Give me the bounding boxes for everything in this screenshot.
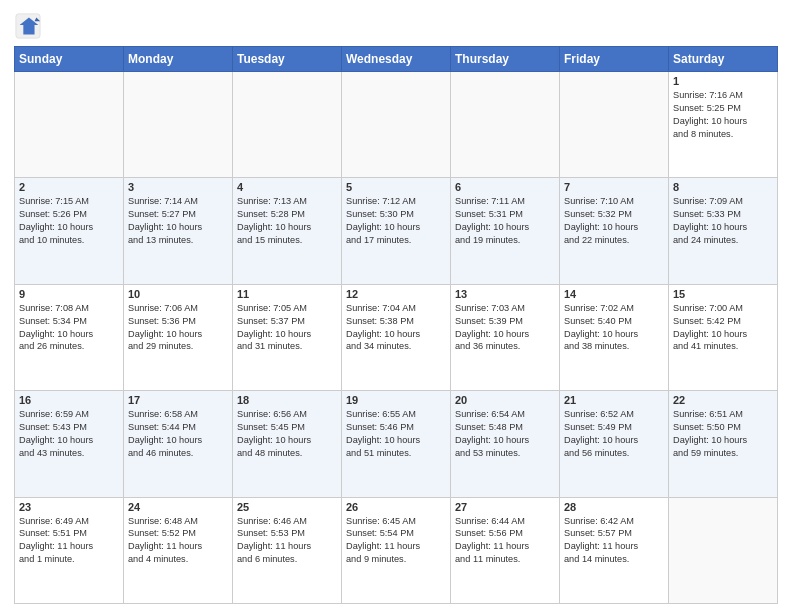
day-info: Sunrise: 7:15 AM Sunset: 5:26 PM Dayligh… <box>19 195 119 247</box>
day-number: 1 <box>673 75 773 87</box>
calendar-table: SundayMondayTuesdayWednesdayThursdayFrid… <box>14 46 778 604</box>
calendar-week-row: 9Sunrise: 7:08 AM Sunset: 5:34 PM Daylig… <box>15 284 778 390</box>
day-number: 23 <box>19 501 119 513</box>
day-info: Sunrise: 7:10 AM Sunset: 5:32 PM Dayligh… <box>564 195 664 247</box>
day-number: 7 <box>564 181 664 193</box>
calendar-day-header: Friday <box>560 47 669 72</box>
calendar-day-cell: 21Sunrise: 6:52 AM Sunset: 5:49 PM Dayli… <box>560 391 669 497</box>
day-info: Sunrise: 7:05 AM Sunset: 5:37 PM Dayligh… <box>237 302 337 354</box>
day-number: 10 <box>128 288 228 300</box>
calendar-day-cell: 10Sunrise: 7:06 AM Sunset: 5:36 PM Dayli… <box>124 284 233 390</box>
calendar-day-header: Wednesday <box>342 47 451 72</box>
day-number: 17 <box>128 394 228 406</box>
calendar-day-cell <box>233 72 342 178</box>
day-number: 14 <box>564 288 664 300</box>
calendar-day-cell: 26Sunrise: 6:45 AM Sunset: 5:54 PM Dayli… <box>342 497 451 603</box>
day-number: 28 <box>564 501 664 513</box>
day-info: Sunrise: 7:04 AM Sunset: 5:38 PM Dayligh… <box>346 302 446 354</box>
calendar-week-row: 1Sunrise: 7:16 AM Sunset: 5:25 PM Daylig… <box>15 72 778 178</box>
day-number: 9 <box>19 288 119 300</box>
logo-icon <box>14 12 42 40</box>
day-number: 3 <box>128 181 228 193</box>
day-info: Sunrise: 7:06 AM Sunset: 5:36 PM Dayligh… <box>128 302 228 354</box>
calendar-day-cell: 27Sunrise: 6:44 AM Sunset: 5:56 PM Dayli… <box>451 497 560 603</box>
day-number: 21 <box>564 394 664 406</box>
day-number: 24 <box>128 501 228 513</box>
day-info: Sunrise: 6:44 AM Sunset: 5:56 PM Dayligh… <box>455 515 555 567</box>
calendar-day-cell: 13Sunrise: 7:03 AM Sunset: 5:39 PM Dayli… <box>451 284 560 390</box>
day-info: Sunrise: 7:03 AM Sunset: 5:39 PM Dayligh… <box>455 302 555 354</box>
calendar-day-cell: 19Sunrise: 6:55 AM Sunset: 5:46 PM Dayli… <box>342 391 451 497</box>
calendar-day-cell <box>560 72 669 178</box>
day-info: Sunrise: 6:45 AM Sunset: 5:54 PM Dayligh… <box>346 515 446 567</box>
day-info: Sunrise: 6:54 AM Sunset: 5:48 PM Dayligh… <box>455 408 555 460</box>
calendar-day-cell: 7Sunrise: 7:10 AM Sunset: 5:32 PM Daylig… <box>560 178 669 284</box>
calendar-day-cell: 15Sunrise: 7:00 AM Sunset: 5:42 PM Dayli… <box>669 284 778 390</box>
calendar-header-row: SundayMondayTuesdayWednesdayThursdayFrid… <box>15 47 778 72</box>
day-info: Sunrise: 6:59 AM Sunset: 5:43 PM Dayligh… <box>19 408 119 460</box>
calendar-day-header: Monday <box>124 47 233 72</box>
day-info: Sunrise: 6:51 AM Sunset: 5:50 PM Dayligh… <box>673 408 773 460</box>
day-info: Sunrise: 7:09 AM Sunset: 5:33 PM Dayligh… <box>673 195 773 247</box>
calendar-day-cell: 16Sunrise: 6:59 AM Sunset: 5:43 PM Dayli… <box>15 391 124 497</box>
calendar-day-cell <box>15 72 124 178</box>
day-number: 19 <box>346 394 446 406</box>
day-number: 13 <box>455 288 555 300</box>
day-info: Sunrise: 6:56 AM Sunset: 5:45 PM Dayligh… <box>237 408 337 460</box>
logo <box>14 10 46 40</box>
day-info: Sunrise: 7:13 AM Sunset: 5:28 PM Dayligh… <box>237 195 337 247</box>
header <box>14 10 778 40</box>
calendar-day-cell: 18Sunrise: 6:56 AM Sunset: 5:45 PM Dayli… <box>233 391 342 497</box>
day-info: Sunrise: 6:42 AM Sunset: 5:57 PM Dayligh… <box>564 515 664 567</box>
calendar-day-header: Thursday <box>451 47 560 72</box>
calendar-day-cell <box>669 497 778 603</box>
calendar-day-cell: 12Sunrise: 7:04 AM Sunset: 5:38 PM Dayli… <box>342 284 451 390</box>
day-info: Sunrise: 7:14 AM Sunset: 5:27 PM Dayligh… <box>128 195 228 247</box>
day-info: Sunrise: 7:12 AM Sunset: 5:30 PM Dayligh… <box>346 195 446 247</box>
calendar-day-header: Tuesday <box>233 47 342 72</box>
day-number: 27 <box>455 501 555 513</box>
day-number: 26 <box>346 501 446 513</box>
calendar-day-header: Sunday <box>15 47 124 72</box>
day-number: 22 <box>673 394 773 406</box>
calendar-week-row: 23Sunrise: 6:49 AM Sunset: 5:51 PM Dayli… <box>15 497 778 603</box>
day-number: 2 <box>19 181 119 193</box>
calendar-day-cell: 14Sunrise: 7:02 AM Sunset: 5:40 PM Dayli… <box>560 284 669 390</box>
calendar-day-cell: 6Sunrise: 7:11 AM Sunset: 5:31 PM Daylig… <box>451 178 560 284</box>
day-number: 4 <box>237 181 337 193</box>
calendar-day-cell: 2Sunrise: 7:15 AM Sunset: 5:26 PM Daylig… <box>15 178 124 284</box>
calendar-day-cell: 3Sunrise: 7:14 AM Sunset: 5:27 PM Daylig… <box>124 178 233 284</box>
page: SundayMondayTuesdayWednesdayThursdayFrid… <box>0 0 792 612</box>
calendar-day-cell: 25Sunrise: 6:46 AM Sunset: 5:53 PM Dayli… <box>233 497 342 603</box>
day-number: 18 <box>237 394 337 406</box>
calendar-day-cell: 20Sunrise: 6:54 AM Sunset: 5:48 PM Dayli… <box>451 391 560 497</box>
day-number: 16 <box>19 394 119 406</box>
day-number: 15 <box>673 288 773 300</box>
day-info: Sunrise: 7:00 AM Sunset: 5:42 PM Dayligh… <box>673 302 773 354</box>
calendar-day-cell: 4Sunrise: 7:13 AM Sunset: 5:28 PM Daylig… <box>233 178 342 284</box>
calendar-week-row: 2Sunrise: 7:15 AM Sunset: 5:26 PM Daylig… <box>15 178 778 284</box>
day-number: 6 <box>455 181 555 193</box>
calendar-day-cell: 22Sunrise: 6:51 AM Sunset: 5:50 PM Dayli… <box>669 391 778 497</box>
calendar-day-cell: 9Sunrise: 7:08 AM Sunset: 5:34 PM Daylig… <box>15 284 124 390</box>
calendar-day-cell: 11Sunrise: 7:05 AM Sunset: 5:37 PM Dayli… <box>233 284 342 390</box>
calendar-day-header: Saturday <box>669 47 778 72</box>
calendar-day-cell: 1Sunrise: 7:16 AM Sunset: 5:25 PM Daylig… <box>669 72 778 178</box>
day-number: 8 <box>673 181 773 193</box>
day-info: Sunrise: 6:58 AM Sunset: 5:44 PM Dayligh… <box>128 408 228 460</box>
calendar-day-cell: 23Sunrise: 6:49 AM Sunset: 5:51 PM Dayli… <box>15 497 124 603</box>
day-number: 25 <box>237 501 337 513</box>
calendar-day-cell <box>124 72 233 178</box>
day-info: Sunrise: 6:46 AM Sunset: 5:53 PM Dayligh… <box>237 515 337 567</box>
day-info: Sunrise: 7:08 AM Sunset: 5:34 PM Dayligh… <box>19 302 119 354</box>
day-number: 11 <box>237 288 337 300</box>
calendar-day-cell: 17Sunrise: 6:58 AM Sunset: 5:44 PM Dayli… <box>124 391 233 497</box>
day-info: Sunrise: 6:48 AM Sunset: 5:52 PM Dayligh… <box>128 515 228 567</box>
calendar-day-cell: 8Sunrise: 7:09 AM Sunset: 5:33 PM Daylig… <box>669 178 778 284</box>
day-info: Sunrise: 6:55 AM Sunset: 5:46 PM Dayligh… <box>346 408 446 460</box>
day-info: Sunrise: 7:11 AM Sunset: 5:31 PM Dayligh… <box>455 195 555 247</box>
calendar-day-cell: 24Sunrise: 6:48 AM Sunset: 5:52 PM Dayli… <box>124 497 233 603</box>
calendar-day-cell: 5Sunrise: 7:12 AM Sunset: 5:30 PM Daylig… <box>342 178 451 284</box>
day-info: Sunrise: 6:49 AM Sunset: 5:51 PM Dayligh… <box>19 515 119 567</box>
calendar-day-cell: 28Sunrise: 6:42 AM Sunset: 5:57 PM Dayli… <box>560 497 669 603</box>
